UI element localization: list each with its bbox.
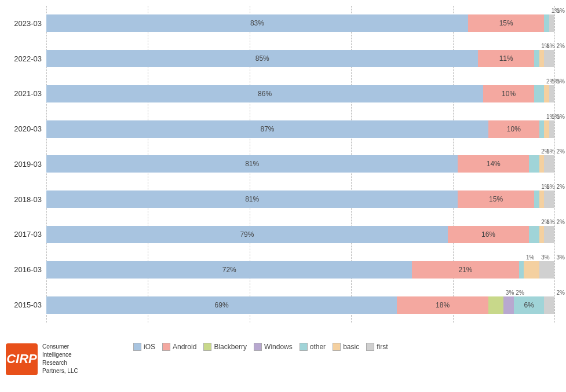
bar-segment-other-2015-03: 6% <box>514 296 545 314</box>
cirp-logo: CIRP <box>6 343 38 375</box>
bar-segment-first-2021-03: 1% <box>549 85 554 102</box>
bar-segment-other-2020-03: 1% <box>539 120 545 138</box>
legend-item-windows: Windows <box>254 343 293 351</box>
y-label-2021-03: 2021-03 <box>6 89 46 98</box>
bar-segment-android-2020-03: 10% <box>488 120 539 138</box>
legend-item-other: other <box>300 343 326 351</box>
bar-segment-other-2019-03: 2% <box>529 155 539 173</box>
legend: iOSAndroidBlackberryWindowsotherbasicfir… <box>122 343 554 351</box>
logo-box: CIRP Consumer Intelligence Research Part… <box>6 343 122 375</box>
bar-label-ios-2017-03: 79% <box>240 230 254 239</box>
legend-item-first: first <box>366 343 388 351</box>
bar-label-small-basic-2018-03: 1% <box>546 184 554 190</box>
bar-label-small-first-2017-03: 2% <box>557 219 565 225</box>
bar-label-android-2020-03: 10% <box>507 125 521 133</box>
bar-label-android-2018-03: 15% <box>489 195 503 203</box>
bar-label-small-first-2016-03: 3% <box>557 254 565 261</box>
chart-area: 2023-032022-032021-032020-032019-032018-… <box>6 6 554 340</box>
bars-container: 83%15%1%1%85%11%1%1%2%86%10%2%1%1%87%10%… <box>46 6 554 340</box>
legend-swatch-blackberry <box>203 343 211 351</box>
bar-segment-other-2021-03: 2% <box>534 85 545 102</box>
bar-segment-ios-2023-03: 83% <box>46 14 468 32</box>
bar-segment-first-2019-03: 2% <box>544 155 554 173</box>
y-label-2020-03: 2020-03 <box>6 124 46 133</box>
bar-segment-basic-2018-03: 1% <box>539 190 545 208</box>
bar-row-2020-03: 87%10%1%1%1% <box>46 120 554 138</box>
bar-segment-android-2015-03: 18% <box>397 296 488 314</box>
bar-segment-first-2022-03: 2% <box>544 50 554 67</box>
legend-label-android: Android <box>173 343 196 351</box>
bar-row-2015-03: 69%18%3%2%6%2% <box>46 296 554 314</box>
legend-item-ios: iOS <box>133 343 155 351</box>
bar-segment-other-2018-03: 1% <box>534 190 539 208</box>
bar-segment-other-2022-03: 1% <box>534 50 539 67</box>
bar-segment-basic-2020-03: 1% <box>544 120 549 138</box>
bar-segment-android-2016-03: 21% <box>412 261 518 279</box>
bar-segment-basic-2021-03: 1% <box>544 85 549 102</box>
legend-label-ios: iOS <box>144 343 155 351</box>
bar-row-2018-03: 81%15%1%1%2% <box>46 190 554 208</box>
bar-row-2019-03: 81%14%2%1%2% <box>46 155 554 173</box>
bar-segment-basic-2016-03: 3% <box>524 261 539 279</box>
y-label-2019-03: 2019-03 <box>6 160 46 168</box>
bar-segment-ios-2016-03: 72% <box>46 261 412 279</box>
bar-segment-other-2017-03: 2% <box>529 226 539 243</box>
y-label-2016-03: 2016-03 <box>6 265 46 274</box>
bar-label-android-2023-03: 15% <box>499 19 513 27</box>
legend-label-first: first <box>377 343 388 351</box>
bar-segment-ios-2021-03: 86% <box>46 85 483 102</box>
bar-label-small-first-2021-03: 1% <box>557 78 565 85</box>
bars-and-grid: 83%15%1%1%85%11%1%1%2%86%10%2%1%1%87%10%… <box>46 6 554 340</box>
bar-segment-first-2017-03: 2% <box>544 226 554 243</box>
bar-segment-android-2021-03: 10% <box>483 85 534 102</box>
bar-segment-ios-2022-03: 85% <box>46 50 478 67</box>
bar-segment-ios-2018-03: 81% <box>46 190 458 208</box>
bar-label-ios-2019-03: 81% <box>245 160 259 168</box>
bar-segment-first-2016-03: 3% <box>539 261 554 279</box>
y-label-2022-03: 2022-03 <box>6 54 46 63</box>
bar-row-2017-03: 79%16%2%1%2% <box>46 226 554 243</box>
bar-row-2021-03: 86%10%2%1%1% <box>46 85 554 102</box>
bar-label-small-basic-2019-03: 1% <box>546 148 554 155</box>
legend-item-blackberry: Blackberry <box>203 343 247 351</box>
legend-item-android: Android <box>162 343 196 351</box>
bar-segment-blackberry-2015-03: 3% <box>488 296 503 314</box>
legend-swatch-other <box>300 343 308 351</box>
legend-label-other: other <box>310 343 326 351</box>
bar-segment-other-2023-03: 1% <box>544 14 549 32</box>
bar-label-small-first-2022-03: 2% <box>557 43 565 49</box>
y-label-2015-03: 2015-03 <box>6 301 46 309</box>
y-label-2023-03: 2023-03 <box>6 19 46 28</box>
bar-segment-android-2018-03: 15% <box>458 190 534 208</box>
bar-label-small-first-2018-03: 2% <box>557 184 565 190</box>
legend-swatch-android <box>162 343 170 351</box>
bar-segment-android-2023-03: 15% <box>468 14 545 32</box>
bar-segment-ios-2017-03: 79% <box>46 226 448 243</box>
bar-label-small-first-2015-03: 2% <box>557 290 565 296</box>
bar-label-android-2015-03: 18% <box>436 301 450 309</box>
bar-row-2016-03: 72%21%1%3%3% <box>46 261 554 279</box>
bar-label-small-first-2023-03: 1% <box>557 8 565 14</box>
bar-label-ios-2018-03: 81% <box>245 195 259 203</box>
footer: CIRP Consumer Intelligence Research Part… <box>6 340 554 386</box>
bar-label-small-first-2020-03: 1% <box>557 113 565 120</box>
bar-label-ios-2022-03: 85% <box>255 54 269 63</box>
bar-row-2023-03: 83%15%1%1% <box>46 14 554 32</box>
y-label-2017-03: 2017-03 <box>6 230 46 239</box>
legend-swatch-first <box>366 343 374 351</box>
bar-segment-ios-2019-03: 81% <box>46 155 458 173</box>
bar-segment-first-2020-03: 1% <box>549 120 554 138</box>
bar-segment-basic-2022-03: 1% <box>539 50 545 67</box>
bar-segment-basic-2019-03: 1% <box>539 155 545 173</box>
bar-label-ios-2015-03: 69% <box>215 301 229 309</box>
bar-label-android-2017-03: 16% <box>481 230 495 239</box>
bar-segment-first-2018-03: 2% <box>544 190 554 208</box>
legend-swatch-windows <box>254 343 262 351</box>
bar-label-small-blackberry-2015-03: 3% <box>506 290 514 296</box>
bar-label-ios-2023-03: 83% <box>250 19 264 27</box>
bar-segment-ios-2015-03: 69% <box>46 296 397 314</box>
bar-segment-android-2019-03: 14% <box>458 155 529 173</box>
legend-swatch-ios <box>133 343 141 351</box>
legend-label-blackberry: Blackberry <box>214 343 247 351</box>
legend-swatch-basic <box>333 343 341 351</box>
